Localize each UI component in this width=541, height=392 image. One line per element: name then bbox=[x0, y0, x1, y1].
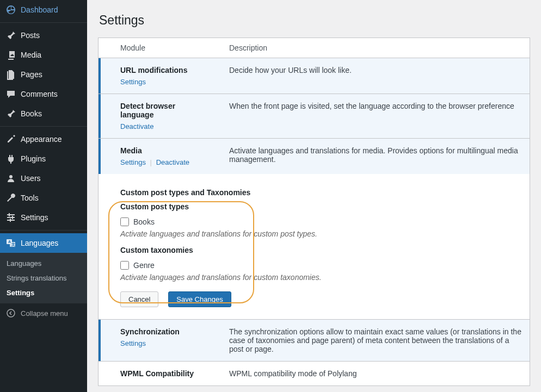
sidebar-item-comments[interactable]: Comments bbox=[0, 84, 87, 104]
cpt-tax-section-title: Custom post types and Taxonomies bbox=[120, 188, 523, 197]
svg-text:A: A bbox=[8, 240, 11, 244]
sidebar-item-languages[interactable]: A文 Languages bbox=[0, 233, 87, 253]
col-module: Module bbox=[99, 38, 207, 58]
sidebar-item-label: Users bbox=[21, 174, 41, 183]
svg-point-11 bbox=[7, 309, 15, 317]
module-description: Decide how your URLs will look like. bbox=[207, 58, 530, 94]
sidebar-item-label: Plugins bbox=[21, 154, 46, 163]
cpt-books-checkbox[interactable] bbox=[120, 217, 129, 226]
svg-rect-4 bbox=[9, 213, 10, 216]
tax-genre-label[interactable]: Genre bbox=[133, 261, 155, 270]
cpt-subtitle: Custom post types bbox=[120, 202, 523, 211]
svg-text:文: 文 bbox=[11, 242, 15, 247]
media-icon bbox=[5, 49, 16, 60]
expanded-row: Custom post types and Taxonomies Custom … bbox=[99, 174, 530, 320]
tax-subtitle: Custom taxonomies bbox=[120, 246, 523, 254]
table-row: WPML Compatibility WPML compatibility mo… bbox=[99, 362, 530, 386]
sidebar-item-users[interactable]: Users bbox=[0, 169, 87, 188]
col-description: Description bbox=[207, 38, 530, 58]
module-description: WPML compatibility mode of Polylang bbox=[207, 362, 530, 386]
table-row: Detect browser language Deactivate When … bbox=[99, 94, 530, 139]
module-deactivate-link[interactable]: Deactivate bbox=[120, 122, 153, 130]
module-settings-link[interactable]: Settings bbox=[120, 158, 146, 166]
sidebar-submenu: Languages Strings translations Settings bbox=[0, 253, 87, 303]
plugins-icon bbox=[5, 153, 16, 164]
module-deactivate-link[interactable]: Deactivate bbox=[156, 158, 189, 166]
tax-hint: Activate languages and translations for … bbox=[120, 273, 523, 282]
table-row: Media Settings | Deactivate Activate lan… bbox=[99, 139, 530, 175]
sidebar-item-label: Settings bbox=[21, 213, 48, 222]
sidebar-item-label: Appearance bbox=[21, 135, 62, 144]
cpt-hint: Activate languages and translations for … bbox=[120, 229, 523, 238]
users-icon bbox=[5, 173, 16, 184]
submenu-item-languages[interactable]: Languages bbox=[0, 256, 87, 271]
languages-icon: A文 bbox=[5, 238, 16, 248]
cpt-item-row: Books bbox=[120, 217, 523, 226]
sidebar-item-appearance[interactable]: Appearance bbox=[0, 129, 87, 149]
submenu-item-strings[interactable]: Strings translations bbox=[0, 271, 87, 285]
module-name: Synchronization bbox=[120, 327, 201, 336]
collapse-icon bbox=[5, 308, 16, 319]
sidebar-item-label: Languages bbox=[21, 239, 58, 247]
sidebar-item-books[interactable]: Books bbox=[0, 104, 87, 123]
svg-point-0 bbox=[9, 175, 13, 178]
page-title: Settings bbox=[99, 13, 530, 28]
sidebar-item-pages[interactable]: Pages bbox=[0, 65, 87, 84]
sidebar-item-label: Comments bbox=[21, 90, 58, 98]
table-row: Synchronization Settings The synchroniza… bbox=[99, 320, 530, 362]
comments-icon bbox=[5, 89, 16, 99]
sidebar-item-posts[interactable]: Posts bbox=[0, 26, 87, 45]
tools-icon bbox=[5, 192, 16, 203]
module-description: When the front page is visited, set the … bbox=[207, 94, 530, 139]
svg-rect-6 bbox=[10, 219, 11, 222]
svg-rect-5 bbox=[12, 216, 13, 219]
svg-rect-2 bbox=[7, 217, 15, 218]
admin-sidebar: Dashboard Posts Media Pages Comments Boo… bbox=[0, 0, 87, 392]
submenu-item-settings[interactable]: Settings bbox=[0, 285, 87, 300]
table-row: URL modifications Settings Decide how yo… bbox=[99, 58, 530, 94]
dashboard-icon bbox=[5, 4, 16, 15]
sidebar-item-plugins[interactable]: Plugins bbox=[0, 149, 87, 169]
sidebar-item-label: Posts bbox=[21, 31, 40, 40]
module-name: URL modifications bbox=[120, 66, 201, 74]
modules-table: Module Description URL modifications Set… bbox=[99, 38, 530, 385]
tax-genre-checkbox[interactable] bbox=[120, 261, 129, 270]
module-description: Activate languages and translations for … bbox=[207, 139, 530, 175]
module-description: The synchronization options allow to mai… bbox=[207, 320, 530, 362]
svg-rect-1 bbox=[7, 214, 15, 215]
sidebar-item-label: Dashboard bbox=[21, 5, 58, 14]
sidebar-item-dashboard[interactable]: Dashboard bbox=[0, 0, 87, 20]
cancel-button[interactable]: Cancel bbox=[120, 291, 158, 307]
sidebar-item-tools[interactable]: Tools bbox=[0, 188, 87, 208]
pin-icon bbox=[5, 108, 16, 119]
sidebar-item-media[interactable]: Media bbox=[0, 45, 87, 65]
appearance-icon bbox=[5, 134, 16, 145]
collapse-label: Collapse menu bbox=[21, 309, 68, 318]
pin-icon bbox=[5, 30, 16, 41]
content-area: Settings Module Description URL modifica… bbox=[87, 0, 541, 392]
pages-icon bbox=[5, 69, 16, 80]
module-name: Detect browser language bbox=[120, 102, 201, 119]
module-name: Media bbox=[120, 146, 201, 155]
settings-icon bbox=[5, 212, 16, 223]
save-button[interactable]: Save Changes bbox=[168, 291, 231, 307]
collapse-menu[interactable]: Collapse menu bbox=[0, 303, 87, 323]
sidebar-item-label: Tools bbox=[21, 194, 39, 202]
sidebar-item-label: Media bbox=[21, 51, 41, 59]
module-settings-link[interactable]: Settings bbox=[120, 339, 146, 347]
cpt-books-label[interactable]: Books bbox=[133, 217, 155, 226]
sidebar-item-label: Pages bbox=[21, 70, 42, 79]
module-name: WPML Compatibility bbox=[120, 369, 201, 378]
module-settings-link[interactable]: Settings bbox=[120, 78, 146, 86]
modules-panel: Module Description URL modifications Set… bbox=[98, 38, 530, 386]
sidebar-item-settings[interactable]: Settings bbox=[0, 208, 87, 227]
tax-item-row: Genre bbox=[120, 261, 523, 270]
sidebar-item-label: Books bbox=[21, 109, 42, 118]
